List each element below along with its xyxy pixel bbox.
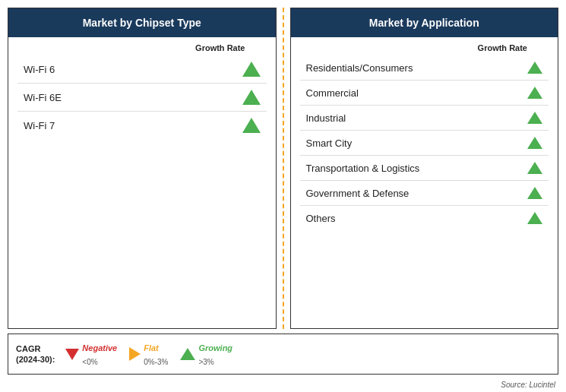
list-item: Transportation & Logistics xyxy=(300,156,549,181)
arrow-right-yellow-icon xyxy=(129,347,141,361)
app-commercial-label: Commercial xyxy=(306,87,359,99)
right-growth-rate-label: Growth Rate xyxy=(300,43,549,52)
arrow-up-icon xyxy=(527,112,542,124)
list-item: Wi-Fi 6 xyxy=(17,55,267,84)
right-panel-body: Growth Rate Residentials/Consumers Comme… xyxy=(291,37,558,328)
app-government-label: Government & Defense xyxy=(306,188,409,199)
left-panel-header: Market by Chipset Type xyxy=(8,8,276,37)
right-panel-header: Market by Application xyxy=(291,8,558,37)
left-growth-rate-label: Growth Rate xyxy=(17,43,267,52)
arrow-up-icon xyxy=(527,62,542,74)
legend-container: CAGR (2024-30): Negative <0% Flat 0%-3% … xyxy=(8,334,558,375)
list-item: Industrial xyxy=(300,106,549,131)
legend-growing-text: Growing >3% xyxy=(198,340,232,368)
right-panel: Market by Application Growth Rate Reside… xyxy=(290,8,559,329)
flat-label: Flat xyxy=(144,343,159,352)
list-item: Government & Defense xyxy=(300,181,549,206)
app-transport-label: Transportation & Logistics xyxy=(306,163,420,174)
arrow-up-icon xyxy=(527,187,542,199)
negative-range: <0% xyxy=(82,358,97,366)
arrow-up-icon xyxy=(527,212,542,224)
list-item: Wi-Fi 7 xyxy=(17,112,267,139)
list-item: Smart City xyxy=(300,131,549,156)
growing-label: Growing xyxy=(198,343,232,352)
chipset-wifi6-label: Wi-Fi 6 xyxy=(24,64,55,75)
legend-negative: Negative <0% xyxy=(65,340,117,368)
arrow-up-icon xyxy=(527,137,542,149)
arrow-up-icon xyxy=(527,87,542,99)
list-item: Commercial xyxy=(300,81,549,106)
growing-range: >3% xyxy=(198,358,213,366)
app-smartcity-label: Smart City xyxy=(306,138,353,149)
cagr-label: CAGR (2024-30): xyxy=(16,343,55,365)
arrow-down-red-icon xyxy=(65,349,79,360)
legend-negative-text: Negative <0% xyxy=(82,340,117,368)
app-residential-label: Residentials/Consumers xyxy=(306,62,413,74)
app-others-label: Others xyxy=(306,213,336,224)
left-panel-body: Growth Rate Wi-Fi 6 Wi-Fi 6E Wi-Fi 7 xyxy=(8,37,276,328)
list-item: Others xyxy=(300,206,549,230)
arrow-up-icon xyxy=(527,162,542,174)
chipset-wifi7-label: Wi-Fi 7 xyxy=(24,120,55,131)
arrow-up-icon xyxy=(242,118,261,133)
source-label: Source: Lucintel xyxy=(0,381,566,392)
arrow-up-green-icon xyxy=(180,348,195,360)
list-item: Wi-Fi 6E xyxy=(17,84,267,112)
panel-divider xyxy=(277,8,290,329)
legend-growing: Growing >3% xyxy=(180,340,232,368)
chipset-wifi6e-label: Wi-Fi 6E xyxy=(24,92,62,103)
dashed-line xyxy=(283,8,284,329)
legend-flat: Flat 0%-3% xyxy=(129,340,168,368)
left-panel: Market by Chipset Type Growth Rate Wi-Fi… xyxy=(8,8,277,329)
negative-label: Negative xyxy=(82,343,117,352)
legend-flat-text: Flat 0%-3% xyxy=(144,340,168,368)
arrow-up-icon xyxy=(242,62,261,77)
app-industrial-label: Industrial xyxy=(306,112,346,124)
flat-range: 0%-3% xyxy=(144,358,168,366)
arrow-up-icon xyxy=(242,90,261,105)
list-item: Residentials/Consumers xyxy=(300,55,549,81)
